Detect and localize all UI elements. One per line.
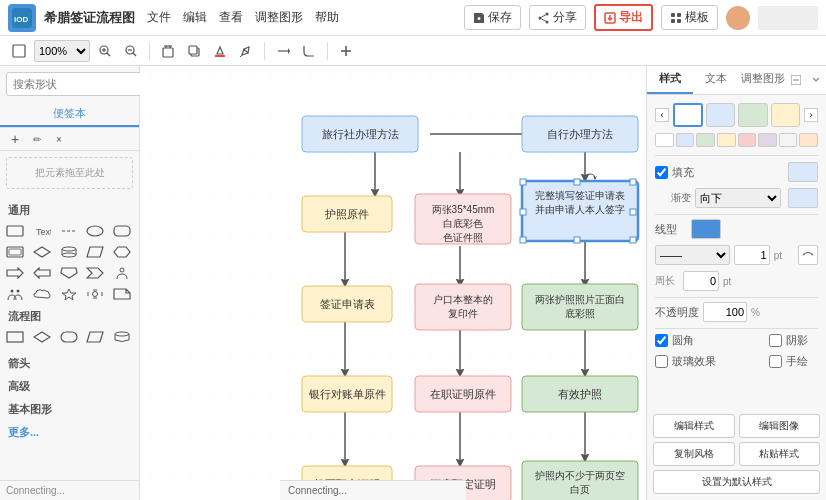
menu-file[interactable]: 文件 <box>147 9 171 26</box>
swatch-2[interactable] <box>706 103 736 127</box>
flow-process[interactable] <box>4 328 26 346</box>
svg-marker-51 <box>87 268 103 278</box>
zoom-out-btn[interactable] <box>120 40 142 62</box>
more-label[interactable]: 更多... <box>4 421 135 442</box>
shape-gear[interactable] <box>84 285 106 303</box>
export-button[interactable]: 导出 <box>594 4 653 31</box>
flow-terminal[interactable] <box>58 328 80 346</box>
flow-decision[interactable] <box>31 328 53 346</box>
swatch-3[interactable] <box>738 103 768 127</box>
color-blue-light[interactable] <box>676 133 695 147</box>
shape-cloud[interactable] <box>31 285 53 303</box>
menu-help[interactable]: 帮助 <box>315 9 339 26</box>
shape-person2[interactable] <box>4 285 26 303</box>
gradient-color-picker[interactable] <box>788 188 818 208</box>
canvas-area[interactable]: 旅行社办理方法 自行办理方法 护照原件 两张35*45mm 白底彩色 色证件照 … <box>140 66 646 500</box>
shape-ellipse[interactable] <box>84 222 106 240</box>
shape-person[interactable] <box>111 264 133 282</box>
shape-diamond[interactable] <box>31 243 53 261</box>
app-logo: iOD <box>8 4 36 32</box>
sketch-checkbox[interactable] <box>769 355 782 368</box>
shape-double-border[interactable] <box>4 243 26 261</box>
shape-text[interactable]: Text <box>31 222 53 240</box>
edit-shape-btn[interactable]: ✏ <box>28 130 46 148</box>
copy-style-button[interactable]: 复制风格 <box>653 442 735 466</box>
paste-style-button[interactable]: 粘贴样式 <box>739 442 821 466</box>
tab-style[interactable]: 样式 <box>647 66 693 94</box>
zoom-in-btn[interactable] <box>94 40 116 62</box>
shape-hexagon[interactable] <box>111 243 133 261</box>
share-button[interactable]: 分享 <box>529 5 586 30</box>
menu-format[interactable]: 调整图形 <box>255 9 303 26</box>
corner-btn[interactable] <box>298 40 320 62</box>
shape-arrow-right[interactable] <box>4 264 26 282</box>
swatch-next[interactable]: › <box>804 108 818 122</box>
arrows-label: 箭头 <box>4 352 135 373</box>
color-orange-light[interactable] <box>799 133 818 147</box>
fill-checkbox[interactable] <box>655 166 668 179</box>
arrow-btn[interactable] <box>272 40 294 62</box>
shape-pentagon[interactable] <box>58 264 80 282</box>
close-panel-btn[interactable]: × <box>50 130 68 148</box>
panel-minimize-btn[interactable] <box>806 66 826 94</box>
stroke-color-picker[interactable] <box>691 219 721 239</box>
flow-io[interactable] <box>84 328 106 346</box>
fill-color-picker[interactable] <box>788 162 818 182</box>
shape-rounded-rect[interactable] <box>111 222 133 240</box>
add-shape-btn[interactable]: + <box>6 130 24 148</box>
swatch-1[interactable] <box>673 103 703 127</box>
swatch-prev[interactable]: ‹ <box>655 108 669 122</box>
menu-view[interactable]: 查看 <box>219 9 243 26</box>
shape-star[interactable] <box>58 285 80 303</box>
color-yellow-light[interactable] <box>717 133 736 147</box>
flow-db[interactable] <box>111 328 133 346</box>
color-white[interactable] <box>655 133 674 147</box>
tab-notepad[interactable]: 便签本 <box>0 102 139 127</box>
shape-parallelogram[interactable] <box>84 243 106 261</box>
fill-btn[interactable] <box>209 40 231 62</box>
menu-edit[interactable]: 编辑 <box>183 9 207 26</box>
shape-rect[interactable] <box>4 222 26 240</box>
shadow-checkbox[interactable] <box>769 334 782 347</box>
gap-label: 周长 <box>655 274 679 288</box>
glass-label: 玻璃效果 <box>672 354 716 369</box>
stroke-connector-icon[interactable] <box>798 245 818 265</box>
glass-checkbox[interactable] <box>655 355 668 368</box>
shape-categories: 通用 Text <box>0 195 139 480</box>
color-green-light[interactable] <box>696 133 715 147</box>
page-add-btn[interactable] <box>8 40 30 62</box>
rounded-label: 圆角 <box>672 333 704 348</box>
user-avatar[interactable] <box>726 6 750 30</box>
save-button[interactable]: 保存 <box>464 5 521 30</box>
pen-btn[interactable] <box>235 40 257 62</box>
rounded-checkbox[interactable] <box>655 334 668 347</box>
search-input[interactable] <box>6 72 158 96</box>
zoom-select[interactable]: 100%75%125%150% <box>34 40 90 62</box>
shape-chevron[interactable] <box>84 264 106 282</box>
edit-style-button[interactable]: 编辑样式 <box>653 414 735 438</box>
color-gray-light[interactable] <box>779 133 798 147</box>
template-button[interactable]: 模板 <box>661 5 718 30</box>
stroke-width-input[interactable] <box>734 245 770 265</box>
copy-btn[interactable] <box>183 40 205 62</box>
shape-line[interactable] <box>58 222 80 240</box>
add-btn[interactable] <box>335 40 357 62</box>
color-purple-light[interactable] <box>758 133 777 147</box>
panel-expand-btn[interactable] <box>786 66 806 94</box>
color-red-light[interactable] <box>738 133 757 147</box>
shape-note[interactable] <box>111 285 133 303</box>
edit-image-button[interactable]: 编辑图像 <box>739 414 821 438</box>
tab-text[interactable]: 文本 <box>693 66 739 94</box>
shape-cylinder[interactable] <box>58 243 80 261</box>
stroke-width-unit: pt <box>774 250 782 261</box>
swatch-4[interactable] <box>771 103 801 127</box>
tab-adjust[interactable]: 调整图形 <box>740 66 786 94</box>
set-default-button[interactable]: 设置为默认样式 <box>653 470 820 494</box>
shape-arrow-left[interactable] <box>31 264 53 282</box>
opacity-input[interactable] <box>703 302 747 322</box>
svg-rect-97 <box>520 237 526 243</box>
gap-input[interactable] <box>683 271 719 291</box>
gradient-direction-select[interactable]: 向下向上向左向右 <box>695 188 781 208</box>
stroke-style-select[interactable]: ——- -··· <box>655 245 730 265</box>
delete-btn[interactable] <box>157 40 179 62</box>
